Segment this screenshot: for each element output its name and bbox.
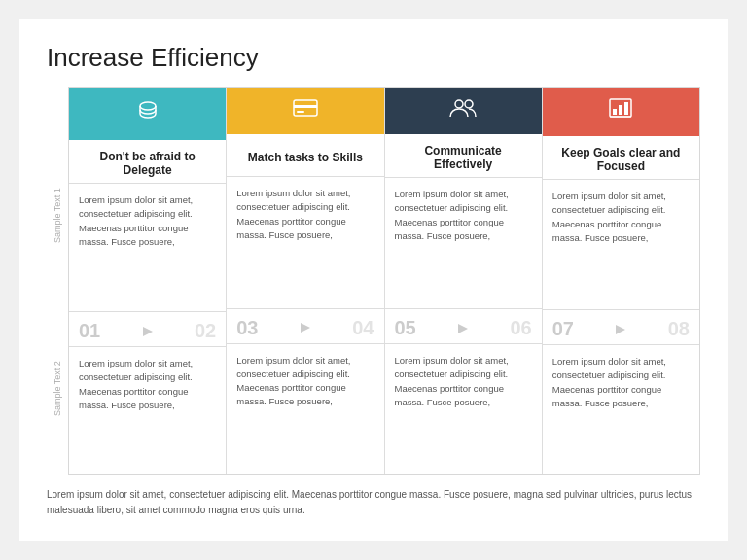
col-body1-2: Lorem ipsum dolor sit amet, consectetuer… [227,177,383,309]
svg-point-6 [455,100,463,108]
svg-rect-4 [297,111,304,113]
col-title-1: Don't be afraid to Delegate [69,140,226,184]
col-title-2: Match tasks to Skills [227,134,383,177]
slide: Increase Efficiency Sample Text 1 Sample… [19,19,728,541]
col-header-1 [69,88,226,140]
num-right-1: 02 [195,320,216,342]
svg-marker-14 [616,325,625,334]
column-4: Keep Goals clear and Focused Lorem ipsum… [543,88,699,474]
column-1: Don't be afraid to Delegate Lorem ipsum … [69,88,227,474]
col-body2-3: Lorem ipsum dolor sit amet, consectetuer… [385,344,542,474]
col-body1-4: Lorem ipsum dolor sit amet, consectetuer… [543,180,699,310]
num-right-4: 08 [668,318,690,340]
chevron-1 [100,325,195,338]
column-3: Communicate Effectively Lorem ipsum dolo… [385,88,543,474]
columns: Don't be afraid to Delegate Lorem ipsum … [69,88,699,474]
svg-point-0 [140,102,156,110]
col-header-4 [543,88,699,136]
coins-icon [134,97,161,130]
page-title: Increase Efficiency [47,43,700,73]
numbers-row-2: 03 04 [227,309,383,344]
col-body1-3: Lorem ipsum dolor sit amet, consectetuer… [385,178,542,309]
num-left-2: 03 [236,317,258,339]
numbers-row-3: 05 06 [385,309,542,344]
chevron-4 [574,323,668,336]
numbers-row-1: 01 02 [69,312,226,347]
svg-marker-5 [301,323,310,332]
svg-rect-12 [624,102,628,115]
main-layout: Sample Text 1 Sample Text 2 [47,87,700,475]
side-label-2: Sample Text 2 [47,302,68,475]
svg-point-7 [465,100,473,108]
chart-icon [608,97,633,126]
column-2: Match tasks to Skills Lorem ipsum dolor … [227,88,384,474]
side-label-1: Sample Text 1 [47,129,68,302]
col-body2-1: Lorem ipsum dolor sit amet, consectetuer… [69,347,226,474]
svg-rect-11 [619,105,622,115]
side-labels: Sample Text 1 Sample Text 2 [47,87,68,475]
people-icon [448,97,478,124]
col-title-3: Communicate Effectively [385,134,542,178]
svg-rect-10 [613,109,617,115]
col-body2-4: Lorem ipsum dolor sit amet, consectetuer… [543,345,699,474]
num-right-3: 06 [511,317,532,339]
num-left-1: 01 [79,320,100,342]
footer-text: Lorem ipsum dolor sit amet, consectetuer… [47,487,700,518]
num-left-3: 05 [395,317,416,339]
col-title-4: Keep Goals clear and Focused [543,136,699,180]
numbers-row-4: 07 08 [543,310,699,345]
svg-marker-8 [458,324,468,333]
chevron-2 [259,321,353,334]
grid: Don't be afraid to Delegate Lorem ipsum … [68,87,700,475]
svg-marker-1 [143,327,153,336]
col-body1-1: Lorem ipsum dolor sit amet, consectetuer… [69,184,226,312]
card-icon [292,97,319,124]
col-header-2 [227,88,383,134]
col-body2-2: Lorem ipsum dolor sit amet, consectetuer… [227,344,383,475]
num-right-2: 04 [352,317,374,339]
num-left-4: 07 [552,318,574,340]
svg-rect-3 [294,105,317,108]
chevron-3 [416,322,511,335]
col-header-3 [385,88,542,134]
